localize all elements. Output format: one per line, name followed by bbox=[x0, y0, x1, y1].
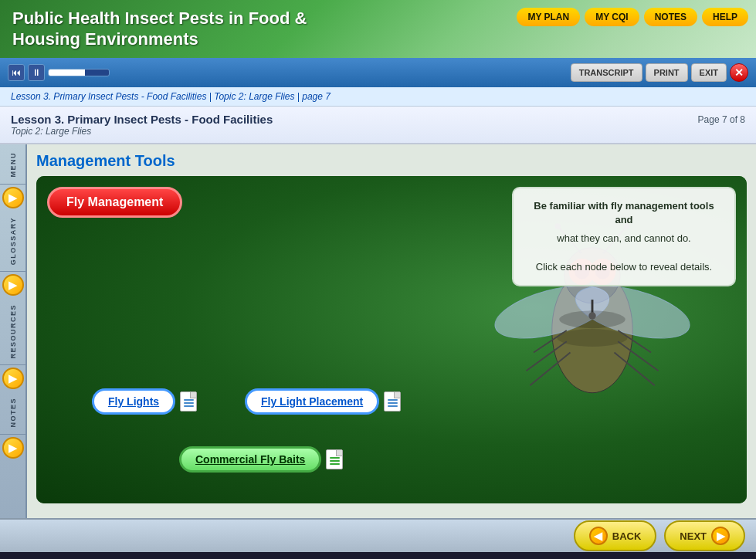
sidebar-resources-label: RESOURCES bbox=[8, 301, 19, 362]
info-line2: what they can, and cannot do. bbox=[557, 232, 690, 244]
lesson-subtitle: Topic 2: Large Flies bbox=[11, 126, 745, 137]
info-text: Be familiar with fly management tools an… bbox=[526, 199, 722, 273]
next-arrow-icon: ▶ bbox=[711, 527, 730, 545]
commercial-fly-baits-doc-icon[interactable] bbox=[326, 449, 343, 469]
playback-controls: ⏮ ⏸ bbox=[8, 64, 110, 81]
content-panel: Management Tools bbox=[27, 144, 756, 518]
next-button[interactable]: NEXT ▶ bbox=[664, 520, 745, 551]
sidebar-notes-section: NOTES bbox=[0, 391, 25, 435]
svg-point-21 bbox=[588, 312, 596, 320]
sidebar-glossary-label: GLOSSARY bbox=[8, 214, 19, 268]
fly-light-placement-label[interactable]: Fly Light Placement bbox=[245, 388, 379, 415]
fly-lights-node[interactable]: Fly Lights bbox=[92, 388, 197, 415]
toolbar: ⏮ ⏸ TRANSCRIPT PRINT EXIT ✕ bbox=[0, 58, 756, 87]
pause-button[interactable]: ⏸ bbox=[28, 64, 45, 81]
sidebar-arrow-3[interactable]: ▶ bbox=[2, 368, 24, 389]
next-label: NEXT bbox=[680, 530, 707, 542]
fly-lights-doc-icon[interactable] bbox=[180, 391, 197, 412]
commercial-fly-baits-label[interactable]: Commercial Fly Baits bbox=[179, 446, 321, 473]
commercial-fly-baits-node[interactable]: Commercial Fly Baits bbox=[179, 446, 343, 473]
breadcrumb-text: Lesson 3. Primary Insect Pests - Food Fa… bbox=[11, 91, 331, 102]
transcript-button[interactable]: TRANSCRIPT bbox=[571, 63, 642, 82]
toolbar-right: TRANSCRIPT PRINT EXIT ✕ bbox=[571, 63, 748, 82]
sidebar-arrow-2[interactable]: ▶ bbox=[2, 274, 24, 296]
sidebar-glossary-section: GLOSSARY bbox=[0, 211, 25, 272]
sidebar-arrow-4[interactable]: ▶ bbox=[2, 437, 24, 459]
print-button[interactable]: PRINT bbox=[646, 63, 688, 82]
fly-lights-label[interactable]: Fly Lights bbox=[92, 388, 175, 415]
sidebar-resources-section: RESOURCES bbox=[0, 298, 25, 366]
sidebar-arrow-1[interactable]: ▶ bbox=[2, 187, 24, 208]
fly-management-button[interactable]: Fly Management bbox=[47, 187, 182, 218]
back-button[interactable]: ◀ BACK bbox=[574, 520, 657, 551]
exit-text-button[interactable]: EXIT bbox=[691, 63, 727, 82]
progress-fill bbox=[49, 69, 85, 76]
skip-back-button[interactable]: ⏮ bbox=[8, 64, 25, 81]
exit-button[interactable]: ✕ bbox=[730, 63, 748, 82]
app-header: Public Health Insect Pests in Food & Hou… bbox=[0, 0, 756, 58]
breadcrumb: Lesson 3. Primary Insect Pests - Food Fa… bbox=[0, 87, 756, 107]
lesson-title: Lesson 3. Primary Insect Pests - Food Fa… bbox=[11, 113, 745, 126]
fly-light-placement-node[interactable]: Fly Light Placement bbox=[245, 388, 401, 415]
main-area: MENU ▶ GLOSSARY ▶ RESOURCES ▶ NOTES ▶ Ma… bbox=[0, 144, 756, 518]
svg-point-13 bbox=[557, 329, 627, 347]
help-button[interactable]: HELP bbox=[702, 8, 748, 26]
sidebar: MENU ▶ GLOSSARY ▶ RESOURCES ▶ NOTES ▶ bbox=[0, 144, 27, 518]
lesson-header: Lesson 3. Primary Insect Pests - Food Fa… bbox=[0, 107, 756, 144]
info-box: Be familiar with fly management tools an… bbox=[512, 187, 736, 286]
sidebar-menu-section: MENU bbox=[0, 146, 25, 185]
app-title: Public Health Insect Pests in Food & Hou… bbox=[12, 8, 368, 49]
sidebar-notes-label: NOTES bbox=[8, 395, 19, 431]
info-line4: Click each node below to reveal details. bbox=[536, 261, 712, 273]
my-plan-button[interactable]: MY PLAN bbox=[517, 8, 580, 26]
notes-header-button[interactable]: NOTES bbox=[644, 8, 697, 26]
sidebar-menu-label: MENU bbox=[8, 149, 19, 181]
my-cqi-button[interactable]: MY CQI bbox=[585, 8, 639, 26]
fly-light-placement-doc-icon[interactable] bbox=[384, 391, 401, 412]
interactive-area: Fly Management Be familiar with fly mana… bbox=[36, 176, 747, 503]
header-nav: MY PLAN MY CQI NOTES HELP bbox=[517, 8, 748, 26]
bottom-bar: ◀ BACK NEXT ▶ bbox=[0, 518, 756, 552]
info-line1: Be familiar with fly management tools an… bbox=[526, 199, 722, 227]
progress-bar[interactable] bbox=[48, 69, 110, 76]
section-title: Management Tools bbox=[36, 152, 747, 170]
back-label: BACK bbox=[612, 530, 642, 542]
back-arrow-icon: ◀ bbox=[589, 527, 608, 545]
page-indicator: Page 7 of 8 bbox=[698, 114, 745, 125]
